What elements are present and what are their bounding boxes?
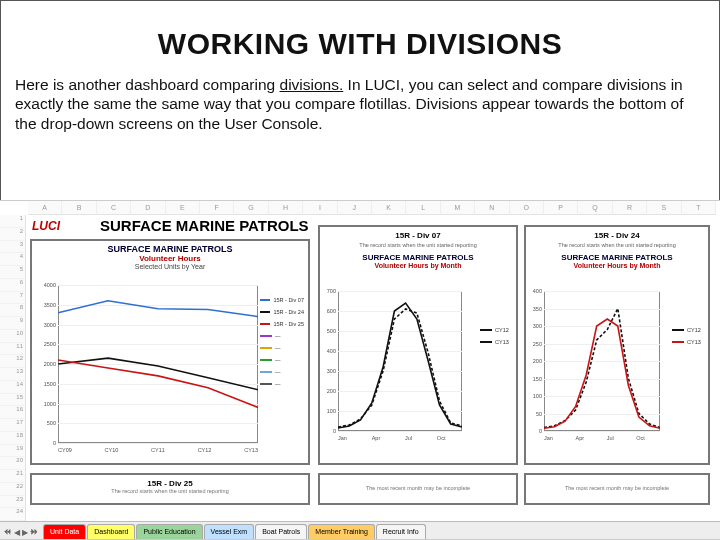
sheet-tab[interactable]: Boat Patrols <box>255 524 307 539</box>
sheet-tab[interactable]: Vessel Exm <box>204 524 255 539</box>
plot-yearly: 05001000150020002500300035004000CY09CY10… <box>58 285 258 443</box>
panel-div07-h2: Volunteer Hours by Month <box>320 262 516 269</box>
legend-entry: — <box>260 381 304 387</box>
sheet-tab[interactable]: Member Training <box>308 524 375 539</box>
tab-nav-last-icon[interactable]: ⯮ <box>30 528 38 537</box>
plot-div24: 050100150200250300350400JanAprJulOct <box>544 291 660 431</box>
panel-div25-cutoff: 15R - Div 25 The record starts when the … <box>30 473 310 505</box>
legend-entry: CY13 <box>480 339 512 345</box>
legend-div07: CY12CY13 <box>480 327 512 351</box>
panel-div07-title: 15R - Div 07 <box>320 227 516 240</box>
spreadsheet-column-headers: ABCDEFGHIJKLMNOPQRST <box>28 201 716 215</box>
panel-cutoff-1: The most recent month may be incomplete <box>318 473 518 505</box>
legend-entry: CY12 <box>480 327 512 333</box>
sheet-area: LUCI SURFACE MARINE PATROLS SURFACE MARI… <box>28 217 716 519</box>
slide-body-underline: divisions. <box>280 76 344 93</box>
embedded-screenshot: ABCDEFGHIJKLMNOPQRST 1234567891011121314… <box>0 200 720 540</box>
legend-entry: CY13 <box>672 339 704 345</box>
legend-entry: 15R - Div 25 <box>260 321 304 327</box>
panel-div24-sub: The record starts when the unit started … <box>526 240 708 250</box>
legend-entry: — <box>260 369 304 375</box>
dashboard-title: SURFACE MARINE PATROLS <box>100 217 309 234</box>
panel-div24-title: 15R - Div 24 <box>526 227 708 240</box>
panel-cutoff-2: The most recent month may be incomplete <box>524 473 710 505</box>
legend-yearly: 15R - Div 0715R - Div 2415R - Div 25————… <box>260 297 304 393</box>
legend-entry: 15R - Div 24 <box>260 309 304 315</box>
panel-cutoff-2-text: The most recent month may be incomplete <box>526 475 708 491</box>
legend-entry: 15R - Div 07 <box>260 297 304 303</box>
panel-div07: 15R - Div 07 The record starts when the … <box>318 225 518 465</box>
panel-div07-sub: The record starts when the unit started … <box>320 240 516 250</box>
tab-nav[interactable]: ⯬ ◀ ▶ ⯮ <box>0 528 42 539</box>
sheet-tabs-bar: ⯬ ◀ ▶ ⯮ Unit DataDashboardPublic Educati… <box>0 521 720 539</box>
sheet-tab[interactable]: Unit Data <box>43 524 86 539</box>
legend-entry: CY12 <box>672 327 704 333</box>
panel-cutoff-1-text: The most recent month may be incomplete <box>320 475 516 491</box>
slide-body: Here is another dashboard comparing divi… <box>1 75 719 147</box>
luci-logo: LUCI <box>32 219 60 233</box>
tab-nav-next-icon[interactable]: ▶ <box>22 528 28 537</box>
panel-div24-h1: SURFACE MARINE PATROLS <box>526 250 708 262</box>
panel-yearly-h3: Selected Units by Year <box>32 263 308 270</box>
panel-yearly: SURFACE MARINE PATROLS Volunteer Hours S… <box>30 239 310 465</box>
panel-div07-h1: SURFACE MARINE PATROLS <box>320 250 516 262</box>
sheet-tab[interactable]: Recruit Info <box>376 524 426 539</box>
plot-div07: 0100200300400500600700JanAprJulOct <box>338 291 462 431</box>
panel-yearly-h2: Volunteer Hours <box>32 254 308 263</box>
panel-div25-sub: The record starts when the unit started … <box>32 488 308 494</box>
sheet-tab[interactable]: Public Education <box>136 524 202 539</box>
tab-nav-first-icon[interactable]: ⯬ <box>4 528 12 537</box>
legend-entry: — <box>260 345 304 351</box>
legend-entry: — <box>260 357 304 363</box>
slide-title: WORKING WITH DIVISIONS <box>1 27 719 61</box>
spreadsheet-row-headers: 123456789101112131415161718192021222324 <box>0 215 26 521</box>
tab-nav-prev-icon[interactable]: ◀ <box>14 528 20 537</box>
panel-div25-title: 15R - Div 25 <box>32 475 308 488</box>
legend-entry: — <box>260 333 304 339</box>
panel-div24: 15R - Div 24 The record starts when the … <box>524 225 710 465</box>
panel-yearly-h1: SURFACE MARINE PATROLS <box>32 241 308 254</box>
panel-div24-h2: Volunteer Hours by Month <box>526 262 708 269</box>
slide-body-pre: Here is another dashboard comparing <box>15 76 280 93</box>
legend-div24: CY12CY13 <box>672 327 704 351</box>
sheet-tab[interactable]: Dashboard <box>87 524 135 539</box>
